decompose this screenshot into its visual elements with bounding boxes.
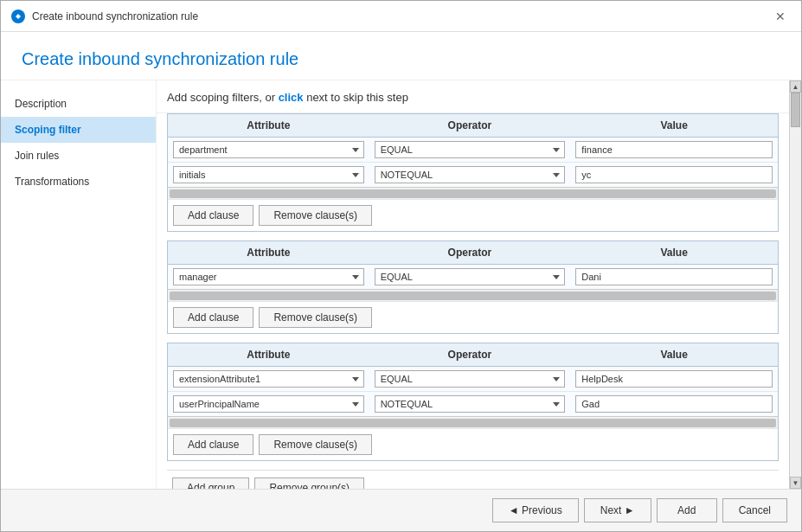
close-button[interactable]: ✕ [770,6,791,27]
group3-add-clause-button[interactable]: Add clause [173,434,253,455]
add-button[interactable]: Add [657,498,717,522]
sidebar-item-scoping-filter[interactable]: Scoping filter [1,117,156,143]
main-scrollbar-container: Add scoping filters, or click next to sk… [157,80,801,489]
group3-row1-val-cell [570,367,778,392]
group1-row1-operator-select[interactable]: EQUAL [375,141,566,158]
main-window: Create inbound synchronization rule ✕ Cr… [0,0,802,532]
group1-row2-val-cell [570,163,778,188]
group3-table: Attribute Operator Value [168,343,778,416]
title-bar-text: Create inbound synchronization rule [32,10,198,22]
group2-val-header: Value [570,241,778,265]
group3-row2-attribute-select[interactable]: userPrincipalName [173,395,364,413]
table-row: userPrincipalName NOTEQUAL [168,392,778,417]
sidebar-item-join-rules[interactable]: Join rules [1,143,156,169]
group3-row2-val-cell [570,392,778,417]
group2-row1-operator-select[interactable]: EQUAL [375,268,566,285]
group1-scroll-thumb [170,189,776,198]
group1-add-clause-button[interactable]: Add clause [173,205,253,226]
group3-scroll-thumb [170,419,776,427]
group2-scroll-row [168,289,778,301]
table-row: manager EQUAL [168,265,778,290]
filter-group-3: Attribute Operator Value [167,343,779,461]
group1-row1-value-input[interactable] [575,141,773,158]
group2-row1-val-cell [570,265,778,290]
group1-row2-operator-select[interactable]: NOTEQUAL [375,166,566,183]
group2-remove-clause-button[interactable]: Remove clause(s) [259,307,372,328]
group1-row2-value-input[interactable] [575,166,773,183]
group1-row1-op-cell: EQUAL [369,138,571,163]
group1-row1-attribute-select[interactable]: department [173,141,364,158]
title-bar-left: Create inbound synchronization rule [11,10,198,23]
group1-remove-clause-button[interactable]: Remove clause(s) [259,205,372,226]
group3-row1-operator-select[interactable]: EQUAL [375,370,566,388]
sidebar-item-transformations[interactable]: Transformations [1,169,156,195]
page-header: Create inbound synchronization rule [1,32,801,80]
group3-row2-op-cell: NOTEQUAL [369,392,571,417]
footer: ◄ Previous Next ► Add Cancel [1,489,801,531]
bottom-group-actions: Add group Remove group(s) [167,470,779,489]
cancel-button[interactable]: Cancel [722,498,787,522]
app-icon [11,10,25,23]
title-bar: Create inbound synchronization rule ✕ [1,1,801,32]
group3-row1-op-cell: EQUAL [369,367,571,392]
group1-row1-val-cell [570,138,778,163]
scroll-thumb-area [790,93,801,477]
add-group-button[interactable]: Add group [172,478,249,489]
remove-group-button[interactable]: Remove group(s) [254,478,364,489]
group3-val-header: Value [570,343,778,367]
group2-actions: Add clause Remove clause(s) [168,301,778,333]
group1-actions: Add clause Remove clause(s) [168,199,778,231]
table-row: department EQUAL [168,138,778,163]
group3-scroll-row [168,416,778,428]
scroll-up-arrow[interactable]: ▲ [790,80,801,93]
group2-row1-attribute-select[interactable]: manager [173,268,364,285]
group2-row1-op-cell: EQUAL [369,265,571,290]
scroll-thumb[interactable] [791,93,800,127]
group3-actions: Add clause Remove clause(s) [168,428,778,460]
scroll-down-arrow[interactable]: ▼ [790,477,801,489]
group3-row2-value-input[interactable] [575,395,773,413]
vertical-scrollbar[interactable]: ▲ ▼ [789,80,801,489]
content-area: Description Scoping filter Join rules Tr… [1,80,801,489]
group1-row2-attribute-select[interactable]: initials [173,166,364,183]
group2-scroll-thumb [170,292,776,300]
group3-row1-attr-cell: extensionAttribute1 [168,367,369,392]
group1-row1-attr-cell: department [168,138,369,163]
scoping-filters-content: Attribute Operator Value [157,113,789,489]
page-subtitle: Add scoping filters, or click next to sk… [167,80,779,112]
filter-group-1: Attribute Operator Value [167,113,779,232]
group1-row2-attr-cell: initials [168,163,369,188]
group3-op-header: Operator [369,343,571,367]
group1-attr-header: Attribute [168,114,369,138]
group2-op-header: Operator [369,241,571,265]
group3-remove-clause-button[interactable]: Remove clause(s) [259,434,372,455]
group2-table: Attribute Operator Value [168,241,778,289]
group1-scroll-row [168,187,778,199]
group3-row2-attr-cell: userPrincipalName [168,392,369,417]
group3-row1-value-input[interactable] [575,370,773,388]
group2-row1-attr-cell: manager [168,265,369,290]
page-title: Create inbound synchronization rule [22,49,780,69]
previous-button[interactable]: ◄ Previous [492,498,579,522]
sidebar: Description Scoping filter Join rules Tr… [1,80,157,489]
group3-row2-operator-select[interactable]: NOTEQUAL [375,395,566,413]
filter-group-2: Attribute Operator Value [167,240,779,334]
click-text: click [279,91,304,104]
group1-op-header: Operator [369,114,571,138]
group2-attr-header: Attribute [168,241,369,265]
sidebar-item-description[interactable]: Description [1,91,156,117]
next-button[interactable]: Next ► [584,498,651,522]
table-row: initials NOTEQUAL [168,163,778,188]
group3-row1-attribute-select[interactable]: extensionAttribute1 [173,370,364,388]
table-row: extensionAttribute1 EQUAL [168,367,778,392]
group2-add-clause-button[interactable]: Add clause [173,307,253,328]
group2-row1-value-input[interactable] [575,268,773,285]
group3-attr-header: Attribute [168,343,369,367]
main-area: Add scoping filters, or click next to sk… [157,80,789,489]
group1-val-header: Value [570,114,778,138]
group1-table: Attribute Operator Value [168,114,778,187]
group1-row2-op-cell: NOTEQUAL [369,163,571,188]
